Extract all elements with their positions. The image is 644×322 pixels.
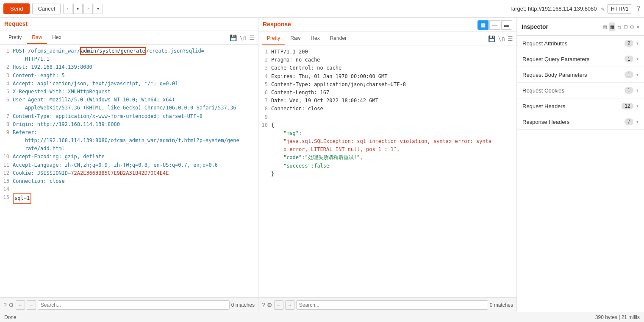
- request-tab-icons: 💾 \n ☰: [230, 34, 255, 41]
- inspector-title: Inspector: [522, 23, 600, 30]
- response-save-icon[interactable]: 💾: [488, 35, 495, 42]
- tab-request-raw[interactable]: Raw: [27, 32, 47, 44]
- request-line-9: 9 Referer: http://192.168.114.139:8080/o…: [0, 129, 258, 153]
- tab-response-render[interactable]: Render: [325, 33, 352, 45]
- request-line-10: 10 Accept-Encoding: gzip, deflate: [0, 153, 258, 161]
- chevron-down-icon: ▾: [636, 87, 639, 93]
- chevron-down-icon: ▾: [636, 56, 639, 62]
- inspector-item-request-headers[interactable]: Request Headers 12 ▾: [517, 98, 644, 114]
- target-info: Target: http://192.168.114.139:8080: [510, 6, 597, 12]
- response-line-3: 3 Cache-Control: no-cache: [258, 64, 516, 72]
- request-content: 1 POST /ofcms_admin_war/admin/system/gen…: [0, 45, 258, 297]
- request-line-6: 6 User-Agent: Mozilla/5.0 (Windows NT 10…: [0, 96, 258, 112]
- inspector-item-body-params[interactable]: Request Body Parameters 1 ▾: [517, 67, 644, 83]
- inspector-sort-icon[interactable]: ⇅: [618, 23, 621, 30]
- inspector-list-icon[interactable]: ▤: [603, 23, 606, 30]
- response-line-11: "msg":: [258, 129, 516, 137]
- request-header: Request: [0, 18, 258, 31]
- response-line-15: }: [258, 170, 516, 178]
- request-line-15: 15 sql=1: [0, 193, 258, 203]
- inspector-item-query-params[interactable]: Request Query Parameters 1 ▾: [517, 51, 644, 67]
- inspector-item-response-headers[interactable]: Response Headers 7 ▾: [517, 114, 644, 130]
- request-line-5: 5 X-Requested-With: XMLHttpRequest: [0, 88, 258, 96]
- response-search-input[interactable]: [296, 300, 488, 310]
- status-left: Done: [4, 314, 17, 320]
- request-search-settings-icon[interactable]: ⚙: [8, 302, 14, 308]
- edit-icon[interactable]: ✎: [601, 6, 605, 12]
- nav-buttons: ‹ ▾ › ▾: [63, 4, 103, 14]
- tab-request-hex[interactable]: Hex: [47, 32, 66, 44]
- tab-response-raw[interactable]: Raw: [285, 33, 305, 45]
- response-line-12: "java.sql.SQLException: sql injection vi…: [258, 137, 516, 154]
- view-btn-grid[interactable]: ▦: [477, 20, 489, 30]
- help-icon[interactable]: ?: [636, 5, 641, 13]
- chevron-down-icon: ▾: [636, 119, 639, 125]
- request-line-13: 13 Connection: close: [0, 177, 258, 185]
- response-line-5: 5 Content-Type: application/json;charset…: [258, 81, 516, 89]
- http-version-button[interactable]: HTTP/1: [607, 4, 632, 14]
- chevron-down-icon: ▾: [636, 103, 639, 109]
- request-line-7: 7 Content-Type: application/x-www-form-u…: [0, 112, 258, 120]
- response-search-prev[interactable]: ←: [274, 300, 283, 310]
- request-line-11: 11 Accept-Language: zh-CN,zh;q=0.9, zh-T…: [0, 161, 258, 169]
- statusbar: Done 390 bytes | 21 millis: [0, 312, 644, 322]
- request-line-3: 3 Content-Length: 5: [0, 72, 258, 80]
- response-search-bar: ? ⚙ ← → 0 matches: [258, 297, 516, 312]
- view-btn-full[interactable]: ▬: [501, 20, 512, 30]
- response-line-6: 6 Content-Length: 167: [258, 89, 516, 97]
- inspector-close-icon[interactable]: ✕: [636, 23, 640, 30]
- inspector-header: Inspector ▤ ▦ ⇅ ⊟ ⚙ ✕: [517, 18, 644, 36]
- next-button[interactable]: ›: [83, 4, 93, 14]
- request-tab-bar: Pretty Raw Hex 💾 \n ☰: [0, 31, 258, 45]
- inspector-settings-icon[interactable]: ⚙: [630, 23, 633, 30]
- view-btn-lines[interactable]: —: [489, 20, 500, 30]
- request-search-input[interactable]: [38, 300, 230, 310]
- response-search-help-icon[interactable]: ?: [262, 302, 265, 308]
- send-button[interactable]: Send: [3, 3, 30, 14]
- response-line-13: "code":"处理失败请稍后重试!",: [258, 154, 516, 162]
- tab-request-pretty[interactable]: Pretty: [3, 32, 27, 44]
- response-line-1: 1 HTTP/1.1 200: [258, 48, 516, 56]
- request-menu-icon[interactable]: ☰: [249, 34, 255, 41]
- main-area: Request Pretty Raw Hex 💾 \n ☰ 1 POST /of…: [0, 18, 644, 312]
- prev-button[interactable]: ‹: [63, 4, 72, 14]
- tab-response-pretty[interactable]: Pretty: [262, 33, 285, 45]
- request-line-12: 12 Cookie: JSESSIONID=72A2E3663B85C7E9B2…: [0, 169, 258, 177]
- request-search-prev[interactable]: ←: [16, 300, 25, 310]
- prev-down-button[interactable]: ▾: [73, 4, 83, 14]
- response-panel: Response ▦ — ▬ Pretty Raw Hex Render 💾 \…: [258, 18, 517, 312]
- request-ln-icon[interactable]: \n: [239, 34, 247, 41]
- request-line-1: 1 POST /ofcms_admin_war/admin/system/gen…: [0, 47, 258, 63]
- response-ln-icon[interactable]: \n: [498, 35, 505, 42]
- response-line-9: 9: [258, 113, 516, 121]
- request-line-2: 2 Host: 192.168.114.139:8080: [0, 63, 258, 71]
- inspector-item-cookies[interactable]: Request Cookies 1 ▾: [517, 83, 644, 98]
- response-tab-icons: 💾 \n ☰: [488, 35, 513, 42]
- inspector-item-request-attributes[interactable]: Request Attributes 2 ▾: [517, 36, 644, 51]
- request-panel: Request Pretty Raw Hex 💾 \n ☰ 1 POST /of…: [0, 18, 258, 312]
- response-header: Response ▦ — ▬: [258, 18, 516, 32]
- cancel-button[interactable]: Cancel: [32, 3, 60, 14]
- request-line-8: 8 Origin: http://192.168.114.139:8080: [0, 120, 258, 129]
- next-down-button[interactable]: ▾: [94, 4, 103, 14]
- response-search-settings-icon[interactable]: ⚙: [267, 302, 272, 308]
- request-save-icon[interactable]: 💾: [230, 34, 237, 41]
- tab-response-hex[interactable]: Hex: [305, 33, 325, 45]
- inspector-table-icon[interactable]: ▦: [609, 22, 615, 31]
- request-search-bar: ? ⚙ ← → 0 matches: [0, 297, 258, 312]
- request-title: Request: [4, 20, 254, 27]
- response-content: 1 HTTP/1.1 200 2 Pragma: no-cache 3 Cach…: [258, 45, 516, 297]
- toolbar: Send Cancel ‹ ▾ › ▾ Target: http://192.1…: [0, 0, 644, 18]
- request-search-help-icon[interactable]: ?: [3, 302, 7, 308]
- inspector-split-icon[interactable]: ⊟: [624, 23, 627, 30]
- response-menu-icon[interactable]: ☰: [508, 35, 513, 42]
- inspector-items: Request Attributes 2 ▾ Request Query Par…: [517, 36, 644, 312]
- status-right: 390 bytes | 21 millis: [595, 314, 640, 320]
- response-view-btns: ▦ — ▬: [477, 20, 512, 30]
- chevron-down-icon: ▾: [636, 40, 639, 46]
- response-search-next[interactable]: →: [285, 300, 294, 310]
- request-matches: 0 matches: [231, 302, 255, 308]
- inspector-panel: Inspector ▤ ▦ ⇅ ⊟ ⚙ ✕ Request Attributes…: [517, 18, 644, 312]
- request-search-next[interactable]: →: [27, 300, 36, 310]
- response-code: 1 HTTP/1.1 200 2 Pragma: no-cache 3 Cach…: [258, 45, 516, 181]
